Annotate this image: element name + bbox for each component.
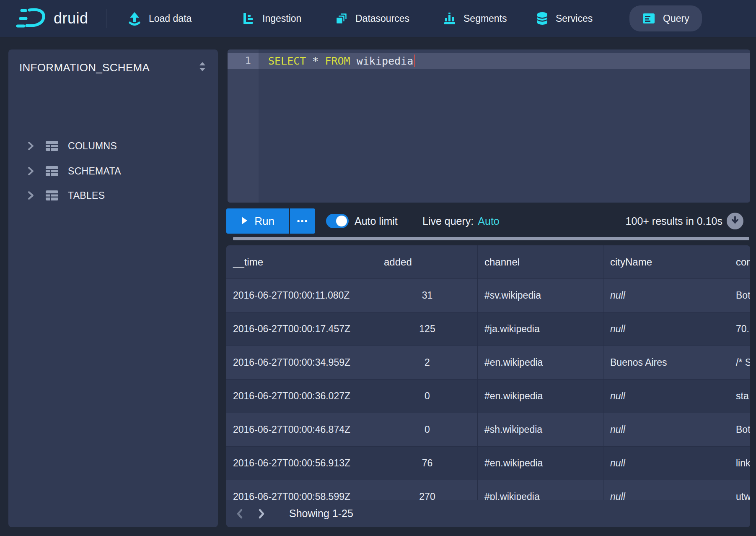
cell-channel[interactable]: #sv.wikipedia <box>478 279 603 312</box>
nav-item-label: Datasources <box>355 13 409 24</box>
cell-__time[interactable]: 2016-06-27T00:00:46.874Z <box>226 413 377 446</box>
nav-item-datasources[interactable]: Datasources <box>335 0 409 37</box>
navbar-separator <box>617 9 617 28</box>
schema-selector[interactable]: INFORMATION_SCHEMA <box>8 49 218 79</box>
nav-item-query[interactable]: Query <box>629 5 702 31</box>
editor-gutter <box>228 49 259 203</box>
cell-added[interactable]: 0 <box>377 413 478 446</box>
sidebar-item-schemata[interactable]: SCHEMATA <box>8 160 218 182</box>
query-icon <box>642 12 655 25</box>
download-button[interactable] <box>727 213 743 229</box>
horizontal-scrollbar[interactable] <box>233 237 749 240</box>
cell-added[interactable]: 76 <box>377 447 478 480</box>
table-icon <box>45 141 59 151</box>
pagination-bar: Showing 1-25 <box>226 500 750 527</box>
schema-sidebar: INFORMATION_SCHEMA COLUMNS <box>8 49 218 527</box>
druid-console: druid Load data Inge <box>0 0 756 536</box>
cell-__time[interactable]: 2016-06-27T00:00:17.457Z <box>226 312 377 346</box>
navbar-separator <box>106 9 106 28</box>
cell-comment[interactable]: 70. <box>729 312 750 346</box>
cell-comment[interactable]: link <box>729 447 750 480</box>
cell-__time[interactable]: 2016-06-27T00:00:34.959Z <box>226 346 377 379</box>
sql-query-text[interactable]: SELECT * FROM wikipedia <box>268 53 415 69</box>
sql-editor[interactable]: 1 SELECT * FROM wikipedia <box>228 49 750 203</box>
column-header-comment[interactable]: comment <box>729 245 750 278</box>
nav-item-label: Segments <box>463 13 507 24</box>
sidebar-item-columns[interactable]: COLUMNS <box>8 135 218 157</box>
cell-comment[interactable]: sta <box>729 380 750 413</box>
cell-channel[interactable]: #en.wikipedia <box>478 380 603 413</box>
druid-logo-icon <box>15 5 48 32</box>
cell-channel[interactable]: #en.wikipedia <box>478 447 603 480</box>
column-header-cityName[interactable]: cityName <box>603 245 729 278</box>
cell-cityName[interactable]: null <box>603 447 729 480</box>
cell-added[interactable]: 31 <box>377 279 478 312</box>
query-toolbar: Run ••• Auto limit Live query: Auto 100+… <box>226 208 750 234</box>
column-header-channel[interactable]: channel <box>478 245 603 278</box>
ellipsis-icon: ••• <box>297 216 308 226</box>
cell-channel[interactable]: #en.wikipedia <box>478 346 603 379</box>
results-summary: 100+ results in 0.10s <box>626 208 722 234</box>
nav-item-services[interactable]: Services <box>536 0 593 37</box>
auto-limit-label: Auto limit <box>355 208 398 234</box>
chevron-right-icon[interactable] <box>26 141 35 151</box>
sql-identifier: wikipedia <box>350 55 414 67</box>
nav-item-label: Query <box>663 13 689 24</box>
results-body: 2016-06-27T00:00:11.080Z31#sv.wikipedian… <box>226 279 750 514</box>
next-page-button[interactable] <box>253 504 270 523</box>
sql-keyword: SELECT <box>268 55 306 67</box>
results-panel: __timeaddedchannelcityNamecomment 2016-0… <box>226 245 750 527</box>
auto-limit-toggle[interactable] <box>326 214 349 228</box>
chevron-right-icon[interactable] <box>26 190 35 200</box>
column-header-__time[interactable]: __time <box>226 245 377 278</box>
table-row: 2016-06-27T00:00:11.080Z31#sv.wikipedian… <box>226 279 750 312</box>
double-caret-icon <box>197 60 208 75</box>
cell-__time[interactable]: 2016-06-27T00:00:56.913Z <box>226 447 377 480</box>
cell-added[interactable]: 2 <box>377 346 478 379</box>
nav-item-label: Ingestion <box>262 13 301 24</box>
cell-cityName[interactable]: null <box>603 279 729 312</box>
cell-comment[interactable]: /* S <box>729 346 750 379</box>
live-query-value[interactable]: Auto <box>478 215 499 227</box>
run-button[interactable]: Run <box>226 208 289 234</box>
schema-title: INFORMATION_SCHEMA <box>19 61 150 74</box>
nav-item-ingestion[interactable]: Ingestion <box>242 0 301 37</box>
download-icon <box>730 215 740 227</box>
table-row: 2016-06-27T00:00:17.457Z125#ja.wikipedia… <box>226 312 750 346</box>
druid-logo[interactable]: druid <box>15 5 88 32</box>
run-more-button[interactable]: ••• <box>290 208 315 234</box>
cell-cityName[interactable]: null <box>603 380 729 413</box>
cell-cityName[interactable]: null <box>603 312 729 346</box>
table-row: 2016-06-27T00:00:36.027Z0#en.wikipedianu… <box>226 380 750 413</box>
nav-item-load-data[interactable]: Load data <box>128 0 192 37</box>
text-cursor <box>414 55 415 67</box>
services-icon <box>536 12 548 25</box>
segments-icon <box>443 12 456 25</box>
sql-keyword: FROM <box>325 55 350 67</box>
upload-icon <box>128 11 141 26</box>
cell-cityName[interactable]: Buenos Aires <box>603 346 729 379</box>
prev-page-button[interactable] <box>231 504 248 523</box>
cell-comment[interactable]: Bot <box>729 279 750 312</box>
cell-__time[interactable]: 2016-06-27T00:00:36.027Z <box>226 380 377 413</box>
cell-comment[interactable]: Bot <box>729 413 750 446</box>
druid-logo-text: druid <box>54 10 88 27</box>
cell-channel[interactable]: #sh.wikipedia <box>478 413 603 446</box>
play-icon <box>241 215 248 228</box>
cell-added[interactable]: 125 <box>377 312 478 346</box>
nav-item-label: Load data <box>149 13 192 24</box>
editor-line-number: 1 <box>228 53 259 69</box>
cell-__time[interactable]: 2016-06-27T00:00:11.080Z <box>226 279 377 312</box>
sidebar-item-tables[interactable]: TABLES <box>8 184 218 207</box>
ingestion-icon <box>242 12 255 25</box>
cell-cityName[interactable]: null <box>603 413 729 446</box>
cell-channel[interactable]: #ja.wikipedia <box>478 312 603 346</box>
column-header-added[interactable]: added <box>377 245 478 278</box>
chevron-right-icon[interactable] <box>26 166 35 176</box>
datasources-icon <box>335 12 348 25</box>
table-icon <box>45 166 59 177</box>
live-query-control[interactable]: Live query: Auto <box>422 208 500 234</box>
cell-added[interactable]: 0 <box>377 380 478 413</box>
live-query-label: Live query: <box>422 215 474 227</box>
nav-item-segments[interactable]: Segments <box>443 0 507 37</box>
